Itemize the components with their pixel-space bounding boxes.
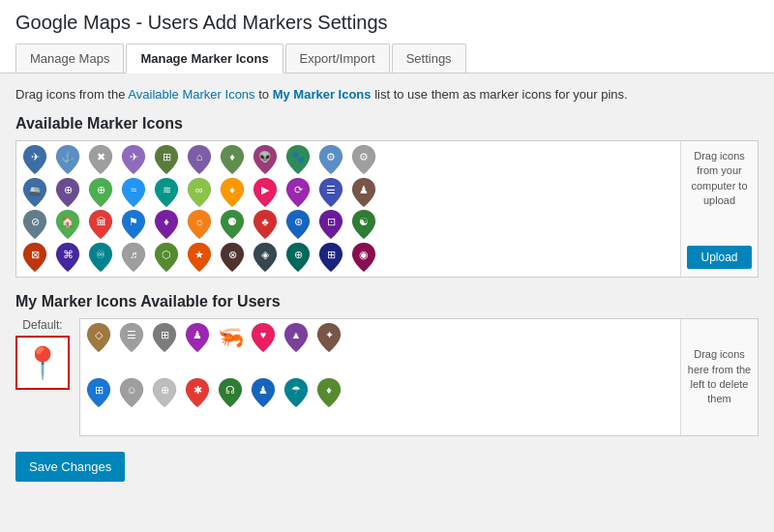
my-icon-node-green[interactable]: ☊ [216, 378, 245, 407]
available-icon-star3[interactable]: ★ [185, 243, 214, 272]
available-icon-play[interactable]: ▶ [251, 178, 280, 207]
available-icon-wave[interactable]: ≈ [119, 178, 148, 207]
my-icons-section: My Marker Icons Available for Users Defa… [15, 293, 759, 436]
svg-text:✦: ✦ [325, 329, 334, 340]
my-icon-diamond-green[interactable]: ♦ [314, 378, 343, 407]
svg-text:☰: ☰ [127, 329, 136, 340]
svg-text:⚈: ⚈ [227, 216, 237, 227]
my-icon-grid-blue[interactable]: ⊞ [84, 378, 113, 407]
tab-settings[interactable]: Settings [392, 44, 466, 73]
svg-text:☂: ☂ [291, 384, 301, 396]
available-icon-grid[interactable]: ⊞ [152, 145, 181, 174]
svg-text:⊞: ⊞ [161, 329, 169, 340]
tab-manage-marker-icons[interactable]: Manage Marker Icons [126, 44, 283, 74]
tab-manage-maps[interactable]: Manage Maps [15, 44, 124, 73]
available-icon-sun[interactable]: ☼ [185, 210, 214, 239]
available-icon-plus[interactable]: ⊕ [283, 243, 313, 272]
my-icon-grid-grey[interactable]: ⊞ [150, 323, 179, 352]
svg-text:☊: ☊ [225, 384, 235, 396]
my-icon-chess-blue[interactable]: ♟ [249, 378, 278, 407]
svg-text:✈: ✈ [31, 151, 40, 163]
available-icon-cross[interactable]: ✖ [86, 145, 115, 174]
available-icon-music[interactable]: ♬ [119, 243, 148, 272]
available-icon-house[interactable]: 🏠 [53, 210, 82, 239]
svg-text:♟: ♟ [359, 184, 369, 195]
save-changes-button[interactable]: Save Changes [15, 452, 125, 482]
available-icon-square[interactable]: ⊡ [316, 210, 345, 239]
available-icon-ship[interactable]: 🚢 [20, 178, 49, 207]
available-icon-gear2[interactable]: ⚙ [349, 145, 378, 174]
my-icon-asterisk-red[interactable]: ✱ [183, 378, 212, 407]
svg-text:⊞: ⊞ [163, 151, 171, 163]
svg-text:🐾: 🐾 [291, 150, 305, 163]
svg-text:⚓: ⚓ [61, 150, 74, 163]
svg-text:✈: ✈ [130, 151, 138, 163]
available-icon-inf2[interactable]: ♾ [86, 243, 115, 272]
instruction-text: Drag icons from the Available Marker Ico… [15, 87, 759, 102]
available-icon-home[interactable]: ⌂ [185, 145, 214, 174]
svg-text:⌘: ⌘ [63, 249, 74, 260]
available-icon-circle2[interactable]: ◉ [349, 243, 378, 272]
available-icon-add2[interactable]: ⊕ [86, 178, 115, 207]
my-icon-search-grey[interactable]: ⊕ [150, 378, 179, 407]
svg-text:♦: ♦ [229, 151, 235, 163]
my-icons-link[interactable]: My Marker Icons [273, 87, 372, 102]
available-icon-infinity[interactable]: ∞ [185, 178, 214, 207]
my-icons-panel: ◇ ☰ ⊞ ♟ 🦐 ♥ ▲ ✦ ⊞ ☺ ⊕ ✱ ☊ ♟ ☂ ♦ [79, 318, 759, 436]
svg-text:⊕: ⊕ [294, 249, 303, 260]
available-icon-building[interactable]: 🏛 [86, 210, 115, 239]
available-icon-alien[interactable]: 👽 [251, 145, 280, 174]
available-icons-grid[interactable]: ✈ ⚓ ✖ ✈ ⊞ ⌂ ♦ 👽 🐾 ⚙ ⚙ 🚢 ⊕ ⊕ ≈ [16, 141, 680, 277]
available-icon-wave2[interactable]: ≋ [152, 178, 181, 207]
default-icon-wrapper[interactable]: 📍 [15, 336, 70, 390]
my-icon-star-brown[interactable]: ✦ [314, 323, 343, 352]
svg-text:⟳: ⟳ [294, 184, 303, 195]
available-icon-diamond2[interactable]: ♦ [218, 178, 247, 207]
available-icon-club[interactable]: ♣ [251, 210, 280, 239]
available-icon-hex[interactable]: ⬡ [152, 243, 181, 272]
available-icon-add[interactable]: ⊕ [53, 178, 82, 207]
available-icon-anchor[interactable]: ⚓ [53, 145, 82, 174]
svg-text:🚢: 🚢 [28, 183, 42, 196]
tab-export-import[interactable]: Export/Import [285, 44, 390, 73]
my-icon-chess-purple[interactable]: ♟ [183, 323, 212, 352]
my-icon-shrimp[interactable]: 🦐 [216, 323, 245, 352]
available-icon-grid2[interactable]: ⊞ [316, 243, 345, 272]
available-icon-yin[interactable]: ☯ [349, 210, 378, 239]
my-icon-diamond-tan[interactable]: ◇ [84, 323, 113, 352]
available-icon-flag[interactable]: ⚑ [119, 210, 148, 239]
svg-text:⊗: ⊗ [228, 249, 237, 260]
available-icon-null[interactable]: ⊘ [20, 210, 49, 239]
available-icon-paw[interactable]: 🐾 [283, 145, 313, 174]
available-icon-cross2[interactable]: ⊠ [20, 243, 49, 272]
my-icon-person-grey[interactable]: ☺ [117, 378, 146, 407]
available-icon-star2[interactable]: ⊛ [283, 210, 313, 239]
available-icon-diamond4[interactable]: ◈ [251, 243, 280, 272]
svg-text:≋: ≋ [163, 184, 171, 195]
svg-text:⊡: ⊡ [327, 216, 336, 227]
my-icon-heart-pink[interactable]: ♥ [249, 323, 278, 352]
available-icons-grid-container: ✈ ⚓ ✖ ✈ ⊞ ⌂ ♦ 👽 🐾 ⚙ ⚙ 🚢 ⊕ ⊕ ≈ [16, 141, 680, 277]
available-icon-x2[interactable]: ⊗ [218, 243, 247, 272]
available-icon-diamond[interactable]: ♦ [218, 145, 247, 174]
upload-button[interactable]: Upload [687, 246, 752, 269]
svg-text:⊠: ⊠ [31, 249, 40, 260]
svg-text:⌂: ⌂ [196, 151, 203, 163]
available-icon-refresh[interactable]: ⟳ [283, 178, 313, 207]
my-icons-grid[interactable]: ◇ ☰ ⊞ ♟ 🦐 ♥ ▲ ✦ ⊞ ☺ ⊕ ✱ ☊ ♟ ☂ ♦ [80, 319, 680, 435]
my-icon-list-grey[interactable]: ☰ [117, 323, 146, 352]
svg-text:♦: ♦ [164, 216, 169, 227]
available-icon-airplane[interactable]: ✈ [20, 145, 49, 174]
available-icon-menu[interactable]: ☰ [316, 178, 345, 207]
available-icon-circle[interactable]: ⚈ [218, 210, 247, 239]
available-link[interactable]: Available Marker Icons [128, 87, 254, 102]
my-icon-triangle-purple[interactable]: ▲ [282, 323, 311, 352]
svg-text:⊛: ⊛ [294, 216, 303, 227]
my-section-title: My Marker Icons Available for Users [15, 293, 759, 310]
available-icon-diamond3[interactable]: ♦ [152, 210, 181, 239]
available-icon-chess[interactable]: ♟ [349, 178, 378, 207]
available-icon-cmd[interactable]: ⌘ [53, 243, 82, 272]
my-icon-umbrella-teal[interactable]: ☂ [282, 378, 311, 407]
available-icon-gear[interactable]: ⚙ [316, 145, 345, 174]
available-icon-plane2[interactable]: ✈ [119, 145, 148, 174]
